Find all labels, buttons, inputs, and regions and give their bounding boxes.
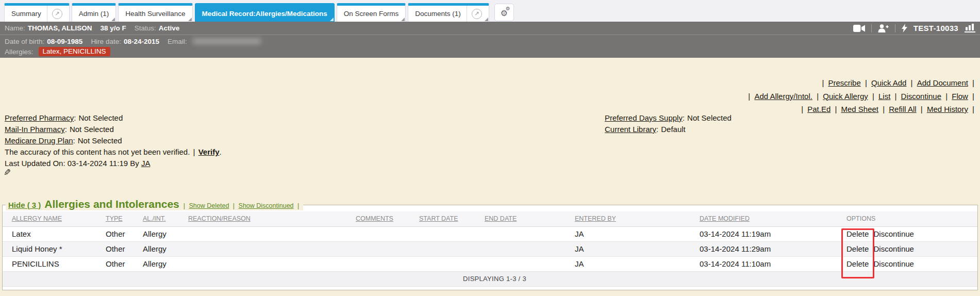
cell-type: Other	[96, 226, 134, 241]
cell-allergy-name: PENICILLINS	[3, 256, 96, 271]
cell-options: Delete Discontinue	[837, 241, 977, 256]
add-allergy-intol-link[interactable]: Add Allergy/Intol.	[754, 92, 812, 101]
allergies-badge[interactable]: Latex, PENICILLINS	[39, 47, 110, 56]
discontinue-link[interactable]: Discontinue	[874, 244, 914, 253]
tab-medical-record-allergies-medications[interactable]: Medical Record:Allergies/Medications	[195, 3, 335, 22]
edit-pencil-icon[interactable]: ✎	[4, 167, 11, 178]
col-allergy-name[interactable]: ALLERGY NAME	[3, 211, 96, 226]
discontinue-link[interactable]: Discontinue	[874, 229, 914, 238]
show-deleted-link[interactable]: Show Deleted	[189, 202, 229, 209]
last-updated-row: Last Updated On: 03-14-2024 11:19 By JA	[5, 158, 222, 169]
show-discontinued-link[interactable]: Show Discontinued	[239, 202, 294, 209]
col-date-modified[interactable]: DATE MODIFIED	[690, 211, 837, 226]
col-al-int[interactable]: AL./INT.	[134, 211, 179, 226]
cell-date-modified: 03-14-2024 11:19am	[690, 226, 837, 241]
show-links: | Show Deleted | Show Discontinued |	[183, 202, 300, 209]
med-history-link[interactable]: Med History	[927, 105, 968, 113]
patient-name: THOMAS, ALLISON	[28, 24, 92, 32]
delete-link[interactable]: Delete	[846, 229, 869, 238]
email-label: Email:	[168, 38, 187, 45]
tab-summary-popout[interactable]: ↗	[47, 6, 62, 22]
preferred-days-supply-value: Not Selected	[687, 113, 732, 122]
preferred-pharmacy-link[interactable]: Preferred Pharmacy	[5, 113, 74, 122]
mail-in-pharmacy-link[interactable]: Mail-In Pharmacy	[5, 125, 65, 134]
quick-allergy-link[interactable]: Quick Allergy	[823, 92, 868, 101]
last-updated-by-link[interactable]: JA	[141, 159, 151, 168]
cell-end-date	[475, 256, 566, 271]
cell-options: Delete Discontinue	[837, 256, 977, 271]
hire-date-label: Hire date:	[91, 38, 121, 45]
col-type[interactable]: TYPE	[96, 211, 134, 226]
table-footer-row: DISPLAYING 1-3 / 3	[3, 271, 977, 286]
gears-icon-small: ⚙	[506, 6, 510, 11]
cell-al-int: Allergy	[134, 256, 179, 271]
col-options: OPTIONS	[837, 211, 977, 226]
med-sheet-link[interactable]: Med Sheet	[841, 105, 878, 113]
settings-button[interactable]: ⚙ ⚙	[494, 4, 514, 21]
add-document-link[interactable]: Add Document	[917, 78, 968, 87]
discontinue-link[interactable]: Discontinue	[874, 259, 914, 268]
divider	[871, 24, 872, 32]
open-new-icon: ↗	[52, 9, 62, 19]
col-reaction-reason[interactable]: REACTION/REASON	[179, 211, 346, 226]
video-camera-icon[interactable]	[853, 25, 865, 32]
col-end-date[interactable]: END DATE	[475, 211, 566, 226]
col-comments[interactable]: COMMENTS	[346, 211, 410, 226]
cell-date-modified: 03-14-2024 11:10am	[690, 256, 837, 271]
refill-all-link[interactable]: Refill All	[889, 105, 916, 113]
allergies-panel-legend: Hide ( 3 ) Allergies and Intolerances | …	[6, 198, 303, 210]
col-start-date[interactable]: START DATE	[410, 211, 475, 226]
pharmacy-info: Preferred Pharmacy:Not Selected Mail-In …	[5, 112, 222, 169]
email-redacted	[193, 38, 261, 44]
current-library-link[interactable]: Current Library	[605, 125, 656, 134]
cell-al-int: Allergy	[134, 241, 179, 256]
tab-health-surveillance[interactable]: Health Surveillance	[118, 3, 192, 22]
cell-entered-by: JA	[566, 256, 690, 271]
verify-link[interactable]: Verify	[198, 147, 220, 156]
tab-label: Summary	[11, 10, 41, 18]
current-library-value: Default	[661, 125, 686, 134]
cell-comments	[346, 256, 410, 271]
quick-add-link[interactable]: Quick Add	[871, 78, 906, 87]
tab-admin[interactable]: Admin (1)	[72, 3, 117, 22]
lightning-icon[interactable]	[902, 24, 907, 32]
tab-label: Medical Record:Allergies/Medications	[202, 10, 327, 18]
medicare-drug-plan-link[interactable]: Medicare Drug Plan	[5, 136, 73, 145]
hide-link[interactable]: Hide ( 3 )	[8, 201, 41, 209]
prescribe-link[interactable]: Prescribe	[828, 78, 860, 87]
list-link[interactable]: List	[878, 92, 890, 101]
medicare-drug-plan-row: Medicare Drug Plan:Not Selected	[5, 135, 222, 146]
cell-date-modified: 03-14-2024 11:29am	[690, 241, 837, 256]
cell-start-date	[410, 256, 475, 271]
tab-on-screen-forms[interactable]: On Screen Forms	[337, 3, 406, 22]
tab-documents-popout[interactable]: ↗	[467, 6, 482, 22]
allergies-panel: Hide ( 3 ) Allergies and Intolerances | …	[2, 205, 978, 290]
status-label: Status:	[135, 24, 156, 32]
cell-start-date	[410, 241, 475, 256]
cell-allergy-name: Liquid Honey *	[3, 241, 96, 256]
tab-documents[interactable]: Documents (1) ↗	[408, 3, 489, 22]
medicare-drug-plan-value: Not Selected	[78, 136, 122, 145]
patient-dob: 08-09-1985	[47, 38, 82, 45]
accuracy-text: The accuracy of this content has not yet…	[5, 147, 190, 156]
allergies-label: Allergies:	[5, 48, 34, 56]
current-library-row: Current Library:Default	[605, 124, 732, 135]
patient-id: TEST-10033	[913, 24, 958, 32]
cell-start-date	[410, 226, 475, 241]
col-entered-by[interactable]: ENTERED BY	[566, 211, 690, 226]
preferred-pharmacy-value: Not Selected	[78, 113, 123, 122]
discontinue-link[interactable]: Discontinue	[901, 92, 941, 101]
action-row-3: | Pat.Ed | Med Sheet | Refill All | Med …	[747, 103, 975, 116]
add-user-icon[interactable]	[878, 24, 889, 32]
pat-ed-link[interactable]: Pat.Ed	[807, 105, 830, 113]
divider	[895, 24, 895, 32]
bar-chart-icon[interactable]	[965, 24, 975, 32]
delete-link[interactable]: Delete	[846, 244, 869, 253]
tab-label: Documents (1)	[415, 10, 461, 18]
app-screen: Summary ↗ Admin (1) Health Surveillance …	[0, 0, 980, 296]
flow-link[interactable]: Flow	[952, 92, 968, 101]
preferred-days-supply-link[interactable]: Preferred Days Supply	[605, 113, 683, 122]
delete-link[interactable]: Delete	[846, 259, 869, 268]
tab-summary[interactable]: Summary ↗	[4, 3, 70, 22]
mail-in-pharmacy-row: Mail-In Pharmacy:Not Selected	[5, 124, 222, 135]
